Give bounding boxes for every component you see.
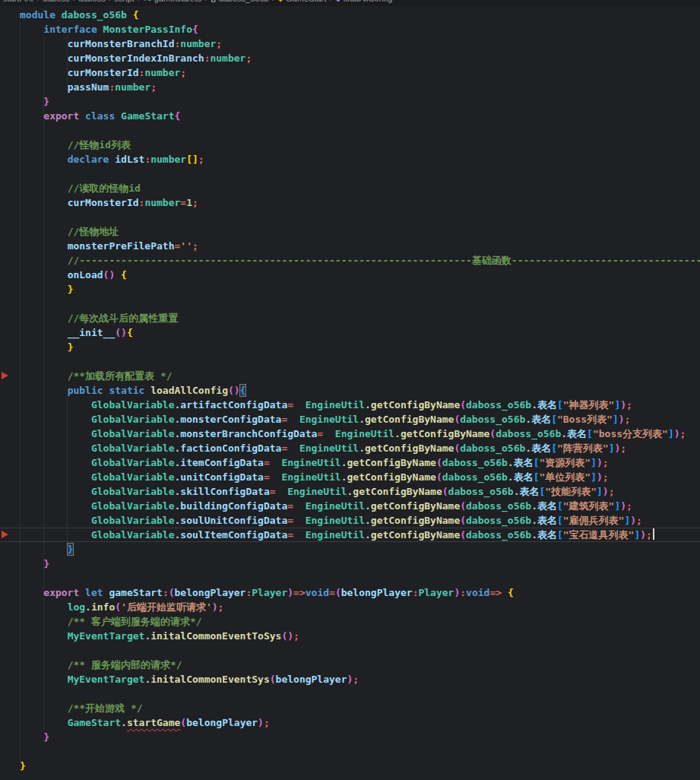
code-token-op: = xyxy=(287,515,293,526)
code-line[interactable]: curMonsterBranchId:number; xyxy=(0,36,700,51)
code-line[interactable]: //读取的怪物id xyxy=(0,181,700,195)
code-line[interactable]: } xyxy=(0,340,700,354)
breadcrumb-item[interactable]: ◆GameStart xyxy=(277,0,326,3)
code-line[interactable]: module daboss_o56b { xyxy=(0,8,700,22)
code-line[interactable] xyxy=(0,354,700,369)
code-token-type: daboss_o56b xyxy=(466,529,531,541)
code-line-current[interactable]: GlobalVariable.soulItemConfigData= Engin… xyxy=(0,528,700,542)
breadcrumb-separator: › xyxy=(36,0,40,3)
code-token-type: EngineUtil xyxy=(306,399,365,411)
code-line[interactable]: __init__(){ xyxy=(0,325,700,340)
code-token-pl xyxy=(20,558,43,569)
code-token-pl xyxy=(287,442,299,454)
code-line[interactable]: GameStart.startGame(belongPlayer); xyxy=(0,715,700,730)
breadcrumb-item[interactable]: daboss xyxy=(78,0,105,3)
breadcrumb-item[interactable]: script xyxy=(114,0,134,3)
code-line[interactable]: } xyxy=(0,282,700,296)
code-line[interactable] xyxy=(0,571,700,585)
code-token-pl xyxy=(20,442,91,454)
code-token-str: "资源列表" xyxy=(539,457,591,468)
code-editor[interactable]: module daboss_o56b { interface MonsterPa… xyxy=(0,6,700,780)
code-token-type: EngineUtil xyxy=(281,457,340,468)
code-line[interactable]: } xyxy=(0,94,700,109)
code-line[interactable]: MyEventTarget.initalCommonEventSys(belon… xyxy=(0,672,700,686)
code-line[interactable]: MyEventTarget.initalCommonEventToSys(); xyxy=(0,629,700,643)
code-line[interactable]: GlobalVariable.soulUnitConfigData= Engin… xyxy=(0,513,700,528)
code-line[interactable]: interface MonsterPassInfo{ xyxy=(0,22,700,36)
code-token-fn: getConfigByName xyxy=(371,529,460,541)
code-token-prop: gameStart xyxy=(109,587,162,598)
code-token-type: MyEventTarget xyxy=(68,674,145,685)
code-line[interactable] xyxy=(0,210,700,224)
code-line[interactable]: monsterPreFilePath=''; xyxy=(0,239,700,253)
code-line[interactable]: /**加载所有配置表 */ xyxy=(0,369,700,383)
code-line[interactable]: GlobalVariable.skillConfigData= EngineUt… xyxy=(0,484,700,499)
code-token-dot: . xyxy=(531,399,537,411)
code-token-op: ; xyxy=(636,515,642,526)
code-line[interactable]: public static loadAllConfig(){ xyxy=(0,383,700,398)
code-line[interactable]: export let gameStart:(belongPlayer:Playe… xyxy=(0,585,700,600)
code-line[interactable]: export class GameStart{ xyxy=(0,109,700,123)
breadcrumb-item[interactable]: daboss xyxy=(43,0,69,3)
code-line[interactable]: curMonsterId:number=1; xyxy=(0,195,700,210)
code-line[interactable]: log.info('后端开始监听请求'); xyxy=(0,600,700,614)
code-token-b2: ) xyxy=(630,515,636,526)
code-line[interactable]: } xyxy=(0,759,700,773)
code-token-op: : xyxy=(460,587,466,598)
code-line[interactable]: /**开始游戏 */ xyxy=(0,701,700,715)
code-line[interactable] xyxy=(0,296,700,311)
code-token-pl xyxy=(502,587,508,598)
code-line[interactable] xyxy=(0,773,700,780)
code-line[interactable]: curMonsterIndexInBranch:number; xyxy=(0,51,700,65)
code-line[interactable]: //--------------------------------------… xyxy=(0,253,700,268)
code-line[interactable]: //怪物id列表 xyxy=(0,138,700,152)
code-line[interactable]: GlobalVariable.monsterBranchConfigData= … xyxy=(0,426,700,441)
breadcrumb-item[interactable]: startFire xyxy=(3,0,33,3)
code-line[interactable]: GlobalVariable.factionConfigData= Engine… xyxy=(0,441,700,455)
code-token-op: ; xyxy=(626,500,632,512)
code-token-prop: 表名 xyxy=(537,399,557,411)
breadcrumb-item[interactable]: {}daboss_o56b xyxy=(211,0,269,3)
code-token-op: = xyxy=(287,500,293,512)
code-line[interactable]: } xyxy=(0,556,700,571)
gutter-arrow-icon[interactable] xyxy=(2,372,8,379)
code-line[interactable]: /** 服务端内部的请求*/ xyxy=(0,658,700,672)
code-line[interactable] xyxy=(0,123,700,138)
code-line[interactable] xyxy=(0,643,700,658)
gutter-arrow-icon[interactable] xyxy=(2,531,8,538)
code-line[interactable]: GlobalVariable.artifactConfigData= Engin… xyxy=(0,398,700,412)
code-line[interactable]: //每次战斗后的属性重置 xyxy=(0,311,700,325)
code-token-dot: . xyxy=(531,529,537,541)
code-token-b2: ( xyxy=(270,674,276,685)
code-line[interactable]: /** 客户端到服务端的请求*/ xyxy=(0,614,700,629)
breadcrumb-item[interactable]: TSgameStart.ts xyxy=(143,0,201,3)
code-line[interactable]: GlobalVariable.unitConfigData= EngineUti… xyxy=(0,470,700,484)
code-token-type: daboss_o56b xyxy=(466,500,531,512)
code-token-type: number xyxy=(150,154,186,165)
code-token-b3: ] xyxy=(591,457,597,468)
code-line[interactable]: } xyxy=(0,730,700,744)
code-line[interactable]: } xyxy=(0,542,700,556)
code-token-str: "宝石道具列表" xyxy=(563,529,635,541)
code-line[interactable]: curMonsterId:number; xyxy=(0,65,700,80)
code-token-b2: { xyxy=(192,24,198,35)
code-line[interactable]: declare idLst:number[]; xyxy=(0,152,700,166)
code-token-b1: { xyxy=(127,327,133,338)
code-token-op: ; xyxy=(218,601,224,613)
code-line[interactable] xyxy=(0,744,700,759)
code-line[interactable]: passNum:number; xyxy=(0,80,700,94)
code-token-pl xyxy=(20,312,68,324)
code-line[interactable]: //怪物地址 xyxy=(0,224,700,239)
code-line[interactable]: GlobalVariable.buildingConfigData= Engin… xyxy=(0,499,700,513)
code-line[interactable]: GlobalVariable.itemConfigData= EngineUti… xyxy=(0,455,700,470)
code-line[interactable]: GlobalVariable.monsterConfigData= Engine… xyxy=(0,412,700,426)
code-token-fn: getConfigByName xyxy=(347,471,436,483)
code-line[interactable] xyxy=(0,166,700,181)
code-token-num: 1 xyxy=(186,197,192,208)
code-token-op: ; xyxy=(680,428,686,439)
code-token-pl xyxy=(20,154,68,165)
code-line[interactable]: onLoad() { xyxy=(0,268,700,282)
breadcrumb-label: daboss_o56b xyxy=(219,0,269,3)
breadcrumb-item[interactable]: ◆loadAllConfig xyxy=(335,0,393,3)
code-line[interactable] xyxy=(0,686,700,701)
